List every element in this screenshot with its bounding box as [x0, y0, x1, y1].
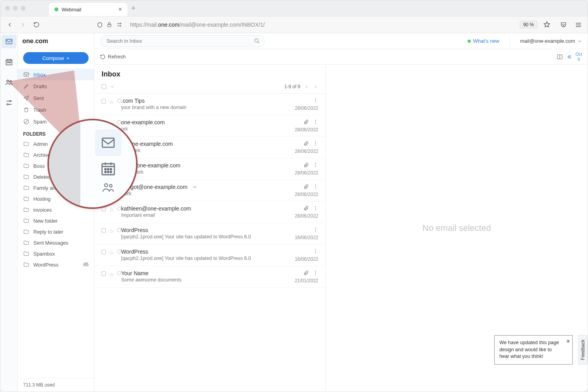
url-field[interactable]: https://mail.one.com/mail@one-example.co…: [130, 22, 514, 28]
sidebar-item-sent[interactable]: Sent: [18, 92, 94, 104]
window-controls[interactable]: [5, 6, 25, 11]
folder-item[interactable]: Family and friends: [18, 182, 94, 193]
search-input[interactable]: [100, 35, 265, 47]
star-icon[interactable]: ☆: [109, 142, 114, 148]
rail-mail-icon[interactable]: [2, 35, 16, 48]
message-menu-icon[interactable]: [313, 119, 318, 125]
folder-item[interactable]: New folder: [18, 215, 94, 226]
select-all-checkbox[interactable]: [102, 84, 106, 89]
toast-close-icon[interactable]: ×: [566, 337, 570, 346]
star-icon[interactable]: ☆: [109, 228, 114, 234]
message-row[interactable]: ☆il@one-example.comwd: work28/06/2022: [94, 137, 325, 158]
read-status-icon[interactable]: [117, 185, 121, 189]
message-menu-icon[interactable]: [313, 270, 318, 276]
folder-item[interactable]: Hosting938: [18, 193, 94, 204]
next-page-button[interactable]: [313, 84, 318, 89]
search-icon[interactable]: [254, 38, 260, 44]
message-checkbox[interactable]: [102, 163, 106, 168]
message-checkbox[interactable]: [102, 99, 106, 103]
read-status-icon[interactable]: [117, 228, 121, 232]
message-subject: [qacph2.1prod.one] Your site has updated…: [121, 256, 275, 261]
rail-contacts-icon[interactable]: [2, 76, 16, 89]
reload-button[interactable]: [33, 21, 40, 29]
browser-tab[interactable]: Webmail ×: [49, 3, 127, 16]
folder-label: invoices: [33, 207, 52, 213]
read-status-icon[interactable]: [117, 142, 121, 146]
sidebar-item-spam[interactable]: Spam: [18, 116, 94, 127]
folder-item[interactable]: Archive: [18, 149, 94, 160]
read-status-icon[interactable]: [117, 120, 121, 124]
prev-page-button[interactable]: [304, 84, 309, 89]
rail-settings-icon[interactable]: [2, 96, 16, 109]
message-menu-icon[interactable]: [313, 249, 318, 254]
star-icon[interactable]: ☆: [109, 99, 114, 105]
refresh-button[interactable]: Refresh: [100, 54, 126, 60]
star-icon[interactable]: ☆: [109, 271, 114, 278]
star-icon[interactable]: ☆: [109, 120, 114, 127]
message-row[interactable]: ☆Your NameSome awesome documents21/01/20…: [94, 266, 325, 288]
account-dropdown[interactable]: mail@one-example.com: [520, 38, 582, 44]
folder-item[interactable]: Reply to later: [18, 226, 94, 237]
save-to-pocket-icon[interactable]: [559, 21, 567, 29]
folder-item[interactable]: Boss: [18, 160, 94, 171]
star-icon[interactable]: ☆: [109, 207, 114, 213]
shield-icon: [97, 22, 103, 28]
message-menu-icon[interactable]: [313, 141, 318, 146]
message-menu-icon[interactable]: [313, 162, 318, 168]
message-menu-icon[interactable]: [313, 98, 318, 103]
site-security-icons[interactable]: [97, 22, 122, 28]
folder-item[interactable]: WordPress85: [18, 259, 94, 270]
svg-point-20: [315, 123, 316, 124]
forward-button[interactable]: [19, 21, 27, 29]
new-tab-button[interactable]: +: [131, 4, 136, 13]
sidebar-item-drafts[interactable]: Drafts: [18, 80, 94, 92]
sidebar-item-trash[interactable]: Trash: [18, 104, 94, 116]
collapse-icon[interactable]: [566, 54, 572, 60]
folder-item[interactable]: Deleted Messages1: [18, 171, 94, 182]
message-menu-icon[interactable]: [313, 227, 318, 232]
bookmark-star-icon[interactable]: [543, 21, 551, 29]
sort-dropdown[interactable]: [110, 85, 114, 89]
rail-calendar-icon[interactable]: [2, 55, 16, 69]
star-icon[interactable]: ☆: [109, 185, 114, 191]
back-button[interactable]: [6, 21, 14, 29]
sidebar-item-inbox[interactable]: Inbox: [18, 69, 94, 80]
feedback-tab[interactable]: Feedback: [578, 335, 588, 365]
read-status-icon[interactable]: [117, 250, 121, 254]
message-checkbox[interactable]: [102, 271, 106, 276]
message-row[interactable]: ☆margot@one-example.com work28/06/2022: [94, 180, 325, 201]
star-icon[interactable]: ☆: [109, 250, 114, 256]
compose-button[interactable]: Compose+: [23, 52, 89, 64]
whats-new-link[interactable]: What's new: [468, 38, 499, 44]
message-row[interactable]: ☆one-example.comork28/06/2022: [94, 115, 325, 137]
menu-icon[interactable]: [574, 21, 582, 29]
message-row[interactable]: ☆kathleen@one-example.comImportant email…: [94, 201, 325, 223]
message-checkbox[interactable]: [102, 228, 106, 233]
read-status-icon[interactable]: [117, 271, 121, 275]
date-jump[interactable]: Oct6: [575, 52, 582, 61]
message-checkbox[interactable]: [102, 120, 106, 125]
message-checkbox[interactable]: [102, 250, 106, 254]
message-row[interactable]: ☆.com Tipsyour brand with a new domain28…: [94, 94, 325, 115]
message-checkbox[interactable]: [102, 185, 106, 190]
folder-item[interactable]: Sent Messages: [18, 237, 94, 248]
layout-toggle-icon[interactable]: [557, 54, 563, 60]
message-checkbox[interactable]: [102, 207, 106, 211]
message-row[interactable]: ☆WordPress[qacph2.1prod.one] Your site h…: [94, 223, 325, 245]
zoom-indicator[interactable]: 90 %: [520, 21, 537, 29]
message-menu-icon[interactable]: [313, 184, 318, 189]
message-checkbox[interactable]: [102, 142, 106, 147]
folder-icon: [23, 118, 29, 125]
read-status-icon[interactable]: [117, 99, 121, 103]
message-menu-icon[interactable]: [313, 205, 318, 211]
star-icon[interactable]: ☆: [109, 163, 114, 170]
message-row[interactable]: ☆mail@one-example.comFwd: work28/06/2022: [94, 158, 325, 180]
close-tab-icon[interactable]: ×: [118, 6, 122, 13]
folder-item[interactable]: Spambox: [18, 248, 94, 259]
read-status-icon[interactable]: [117, 163, 121, 167]
sidebar-item-label: Inbox: [33, 72, 46, 78]
folder-item[interactable]: invoices: [18, 204, 94, 215]
read-status-icon[interactable]: [117, 207, 121, 211]
message-row[interactable]: ☆WordPress[qacph2.1prod.one] Your site h…: [94, 245, 325, 266]
folder-item[interactable]: Admin: [18, 138, 94, 149]
